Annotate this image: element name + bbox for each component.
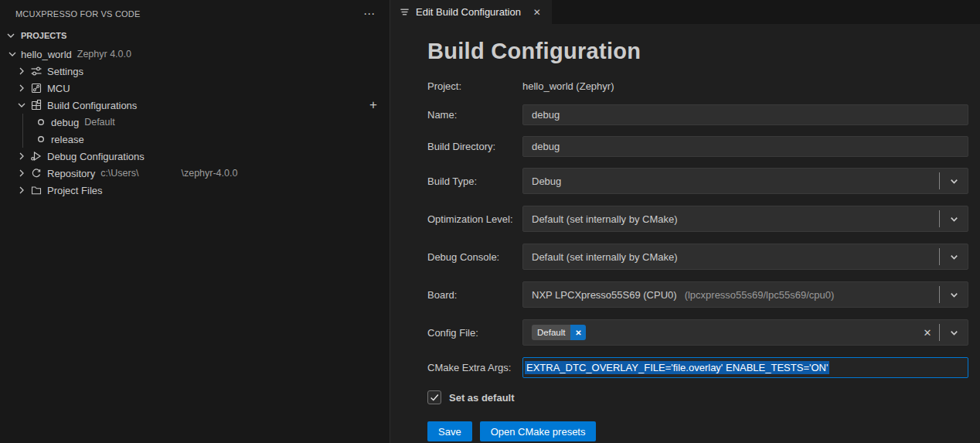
chip-label: Default <box>532 325 570 340</box>
save-button[interactable]: Save <box>427 421 472 441</box>
config-file-chip: Default ✕ <box>532 325 586 340</box>
tree-item-settings[interactable]: Settings <box>0 63 390 80</box>
debug-console-label: Debug Console: <box>427 251 522 263</box>
board-label: Board: <box>427 289 522 301</box>
tree-item-label: Repository <box>47 168 95 179</box>
sidebar: MCUXPRESSO FOR VS CODE ⋯ PROJECTS hello_… <box>0 0 390 443</box>
optimization-level-select[interactable]: Default (set internally by CMake) <box>522 206 968 232</box>
set-as-default-checkbox[interactable] <box>427 390 441 404</box>
tree-item-description: Zephyr 4.0.0 <box>77 49 131 60</box>
name-label: Name: <box>427 109 522 121</box>
chevron-right-icon <box>15 167 28 179</box>
config-file-label: Config File: <box>427 327 522 339</box>
cmake-extra-args-input[interactable]: EXTRA_DTC_OVERLAY_FILE='file.overlay' EN… <box>522 357 968 378</box>
tree-item-label: Project Files <box>47 185 103 196</box>
tab-strip: Edit Build Configuration ✕ <box>390 0 980 24</box>
debug-console-select[interactable]: Default (set internally by CMake) <box>522 244 968 270</box>
tree-item-description: Default <box>84 117 115 128</box>
tree-item-repository[interactable]: Repository c:\Users\ \zephyr-4.0.0 <box>0 165 390 182</box>
chevron-down-icon <box>6 48 19 60</box>
cmake-extra-args-row: CMake Extra Args: EXTRA_DTC_OVERLAY_FILE… <box>427 357 968 378</box>
chevron-right-icon <box>15 65 28 77</box>
project-value: hello_world (Zephyr) <box>522 80 614 92</box>
tree-item-label: MCU <box>47 83 70 94</box>
settings-sliders-icon <box>30 65 43 77</box>
build-directory-label: Build Directory: <box>427 141 522 152</box>
chevron-down-icon <box>5 29 17 42</box>
tree-item-release[interactable]: release <box>0 131 390 148</box>
optimization-level-label: Optimization Level: <box>427 213 522 225</box>
tree-item-label: Build Configurations <box>47 100 137 111</box>
build-type-row: Build Type: Debug <box>427 168 968 194</box>
circle-icon <box>37 118 45 126</box>
set-as-default-label: Set as default <box>449 392 515 404</box>
close-icon[interactable]: ✕ <box>531 6 543 19</box>
tree-item-label: release <box>51 134 84 145</box>
tree-item-debug[interactable]: debug Default <box>0 114 390 131</box>
editor-panel: Edit Build Configuration ✕ Build Configu… <box>390 0 980 443</box>
circle-icon <box>37 135 45 143</box>
tab-edit-build-configuration[interactable]: Edit Build Configuration ✕ <box>390 0 552 24</box>
chevron-right-icon <box>15 184 28 196</box>
tree-item-label: hello_world <box>21 49 72 60</box>
folder-icon <box>30 184 43 196</box>
circuit-board-icon <box>30 82 43 94</box>
project-row: Project: hello_world (Zephyr) <box>427 80 968 92</box>
tree-item-description: \zephyr-4.0.0 <box>181 168 237 179</box>
board-value: NXP LPCXpresso55S69 (CPU0) <box>532 289 677 301</box>
section-header-projects[interactable]: PROJECTS <box>0 27 390 44</box>
build-directory-input[interactable] <box>522 136 968 157</box>
tab-label: Edit Build Configuration <box>416 6 521 18</box>
config-file-multiselect[interactable]: Default ✕ ✕ <box>522 319 968 346</box>
page-title: Build Configuration <box>427 39 968 64</box>
set-as-default-row: Set as default <box>427 390 968 404</box>
chevron-down-icon <box>15 99 28 111</box>
chevron-down-icon[interactable] <box>940 169 968 193</box>
build-grid-icon <box>30 99 43 111</box>
more-actions-icon[interactable]: ⋯ <box>360 9 379 19</box>
tree-item-hello-world[interactable]: hello_world Zephyr 4.0.0 <box>0 46 390 63</box>
selected-text: EXTRA_DTC_OVERLAY_FILE='file.overlay' EN… <box>525 361 829 374</box>
debug-console-row: Debug Console: Default (set internally b… <box>427 244 968 270</box>
board-row: Board: NXP LPCXpresso55S69 (CPU0) (lpcxp… <box>427 281 968 308</box>
build-configuration-form: Build Configuration Project: hello_world… <box>390 24 980 443</box>
section-label: PROJECTS <box>21 31 66 40</box>
chevron-down-icon[interactable] <box>940 282 968 307</box>
tree-item-label: Settings <box>47 66 83 77</box>
build-type-select[interactable]: Debug <box>522 168 968 194</box>
build-type-label: Build Type: <box>427 175 522 187</box>
repository-icon <box>30 167 43 179</box>
chevron-down-icon[interactable] <box>940 320 968 345</box>
list-filter-icon <box>399 6 410 18</box>
tree-item-label: Debug Configurations <box>47 151 145 162</box>
tree-item-mcu[interactable]: MCU <box>0 80 390 97</box>
sidebar-header: MCUXPRESSO FOR VS CODE ⋯ <box>0 0 390 27</box>
board-select[interactable]: NXP LPCXpresso55S69 (CPU0) (lpcxpresso55… <box>522 281 968 308</box>
tree-item-debug-configurations[interactable]: Debug Configurations <box>0 148 390 165</box>
optimization-level-row: Optimization Level: Default (set interna… <box>427 206 968 232</box>
name-row: Name: <box>427 104 968 125</box>
cmake-extra-args-label: CMake Extra Args: <box>427 362 522 373</box>
chevron-down-icon[interactable] <box>940 206 968 231</box>
tree-item-project-files[interactable]: Project Files <box>0 182 390 199</box>
chevron-right-icon <box>15 150 28 162</box>
chevron-right-icon <box>15 82 28 94</box>
debug-console-value: Default (set internally by CMake) <box>532 251 678 263</box>
project-label: Project: <box>427 80 522 92</box>
clear-icon[interactable]: ✕ <box>916 320 939 345</box>
action-buttons: Save Open CMake presets <box>427 421 968 441</box>
chip-remove-icon[interactable]: ✕ <box>570 325 586 340</box>
project-tree: hello_world Zephyr 4.0.0 Settings <box>0 46 390 199</box>
build-type-value: Debug <box>532 175 561 187</box>
build-directory-row: Build Directory: <box>427 136 968 157</box>
tree-item-label: debug <box>51 117 79 128</box>
config-file-row: Config File: Default ✕ ✕ <box>427 319 968 346</box>
sidebar-title: MCUXPRESSO FOR VS CODE <box>15 9 360 19</box>
name-input[interactable] <box>522 104 968 125</box>
tree-item-build-configurations[interactable]: Build Configurations + <box>0 97 390 114</box>
debug-run-icon <box>30 150 43 162</box>
open-cmake-presets-button[interactable]: Open CMake presets <box>480 421 597 441</box>
add-build-configuration-icon[interactable]: + <box>369 97 377 114</box>
chevron-down-icon[interactable] <box>940 244 968 269</box>
tree-item-description: c:\Users\ <box>100 168 138 179</box>
